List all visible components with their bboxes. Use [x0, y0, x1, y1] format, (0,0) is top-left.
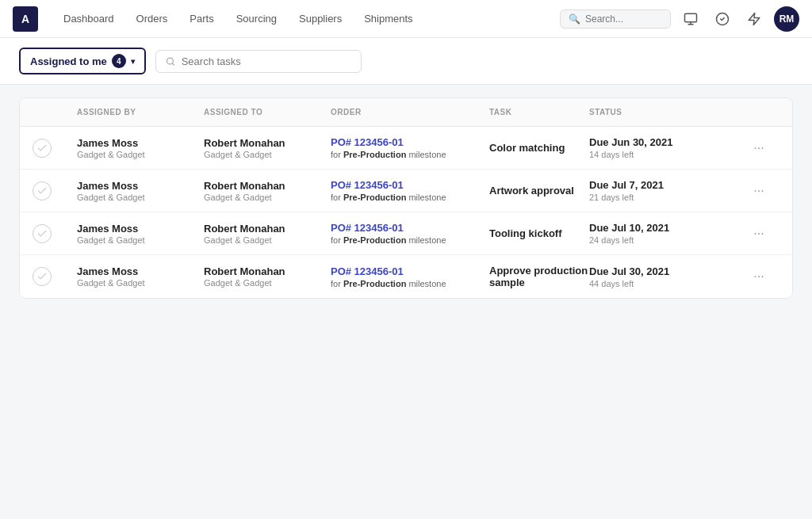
- order-3: PO# 123456-01 for Pre-Production milesto…: [331, 222, 489, 245]
- table-row: James Moss Gadget & Gadget Robert Monaha…: [20, 127, 792, 170]
- nav-suppliers[interactable]: Suppliers: [289, 8, 351, 29]
- app-logo[interactable]: A: [13, 6, 38, 32]
- check-circle-btn[interactable]: [33, 139, 52, 158]
- task-name-3: Tooling kickoff: [489, 227, 589, 239]
- more-actions-4[interactable]: ···: [748, 265, 779, 288]
- assigned-by-4: James Moss Gadget & Gadget: [77, 265, 204, 288]
- nav-shipments[interactable]: Shipments: [354, 8, 422, 29]
- col-actions: [748, 105, 779, 120]
- check-circle-icon-btn[interactable]: [710, 7, 734, 31]
- more-menu-btn-1[interactable]: ···: [748, 137, 770, 159]
- more-actions-2[interactable]: ···: [748, 180, 779, 202]
- search-icon: 🔍: [569, 13, 580, 25]
- check-circle-icon: [715, 12, 730, 26]
- order-1: PO# 123456-01 for Pre-Production milesto…: [331, 136, 489, 159]
- col-assigned-to: ASSIGNED TO: [204, 105, 331, 120]
- table-row: James Moss Gadget & Gadget Robert Monaha…: [20, 170, 792, 212]
- global-search-input[interactable]: [585, 13, 662, 25]
- task-name-1: Color matching: [489, 142, 589, 154]
- nav-parts[interactable]: Parts: [180, 8, 223, 29]
- table-row: James Moss Gadget & Gadget Robert Monaha…: [20, 255, 792, 298]
- svg-line-6: [172, 63, 174, 64]
- milestone-3: for Pre-Production milestone: [331, 235, 489, 245]
- svg-marker-4: [749, 13, 760, 25]
- filter-label: Assigned to me: [30, 55, 107, 67]
- order-link-2[interactable]: PO# 123456-01: [331, 179, 489, 191]
- assigned-by-2: James Moss Gadget & Gadget: [77, 180, 204, 202]
- row-check-2[interactable]: [33, 181, 77, 200]
- nav-links: Dashboard Orders Parts Sourcing Supplier…: [54, 8, 560, 29]
- col-task: TASK: [489, 105, 589, 120]
- more-menu-btn-3[interactable]: ···: [748, 223, 770, 245]
- assigned-to-1: Robert Monahan Gadget & Gadget: [204, 137, 331, 159]
- monitor-icon-btn[interactable]: [679, 7, 703, 31]
- col-order: ORDER: [331, 105, 489, 120]
- task-search-input[interactable]: [182, 55, 351, 67]
- milestone-1: for Pre-Production milestone: [331, 150, 489, 159]
- global-search[interactable]: 🔍: [560, 10, 671, 29]
- status-2: Due Jul 7, 2021 21 days left: [589, 179, 748, 202]
- assigned-to-2: Robert Monahan Gadget & Gadget: [204, 180, 331, 202]
- table-header: ASSIGNED BY ASSIGNED TO ORDER TASK STATU…: [20, 98, 792, 127]
- more-menu-btn-2[interactable]: ···: [748, 180, 770, 202]
- more-menu-btn-4[interactable]: ···: [748, 265, 770, 288]
- order-link-4[interactable]: PO# 123456-01: [331, 265, 489, 277]
- check-circle-btn[interactable]: [33, 267, 52, 286]
- row-check-1[interactable]: [33, 139, 77, 158]
- monitor-icon: [684, 12, 698, 26]
- task-name-4: Approve production sample: [489, 265, 589, 288]
- search-tasks-icon: [166, 56, 175, 67]
- tasks-table: ASSIGNED BY ASSIGNED TO ORDER TASK STATU…: [19, 97, 793, 299]
- status-3: Due Jul 10, 2021 24 days left: [589, 222, 748, 245]
- filter-count-badge: 4: [112, 54, 126, 68]
- more-actions-3[interactable]: ···: [748, 223, 779, 245]
- task-search-bar[interactable]: [155, 50, 362, 73]
- nav-right-actions: 🔍 RM: [560, 6, 799, 32]
- col-assigned-by: ASSIGNED BY: [77, 105, 204, 120]
- nav-sourcing[interactable]: Sourcing: [227, 8, 286, 29]
- table-row: James Moss Gadget & Gadget Robert Monaha…: [20, 212, 792, 255]
- order-link-1[interactable]: PO# 123456-01: [331, 136, 489, 148]
- chevron-down-icon: ▾: [131, 57, 135, 66]
- assigned-to-4: Robert Monahan Gadget & Gadget: [204, 265, 331, 288]
- assigned-to-3: Robert Monahan Gadget & Gadget: [204, 223, 331, 245]
- order-2: PO# 123456-01 for Pre-Production milesto…: [331, 179, 489, 202]
- assigned-filter-button[interactable]: Assigned to me 4 ▾: [19, 48, 146, 74]
- more-actions-1[interactable]: ···: [748, 137, 779, 159]
- status-1: Due Jun 30, 2021 14 days left: [589, 136, 748, 159]
- bolt-icon: [747, 12, 761, 26]
- task-name-2: Artwork approval: [489, 185, 589, 197]
- col-status: STATUS: [589, 105, 748, 120]
- milestone-2: for Pre-Production milestone: [331, 193, 489, 202]
- assigned-by-3: James Moss Gadget & Gadget: [77, 223, 204, 245]
- top-navigation: A Dashboard Orders Parts Sourcing Suppli…: [0, 0, 812, 38]
- col-check: [33, 105, 77, 120]
- tasks-toolbar: Assigned to me 4 ▾: [0, 38, 812, 85]
- nav-dashboard[interactable]: Dashboard: [54, 8, 124, 29]
- nav-orders[interactable]: Orders: [127, 8, 178, 29]
- status-4: Due Jul 30, 2021 44 days left: [589, 265, 748, 288]
- svg-rect-0: [685, 13, 697, 22]
- order-4: PO# 123456-01 for Pre-Production milesto…: [331, 265, 489, 288]
- order-link-3[interactable]: PO# 123456-01: [331, 222, 489, 234]
- row-check-4[interactable]: [33, 267, 77, 286]
- check-circle-btn[interactable]: [33, 181, 52, 200]
- assigned-by-1: James Moss Gadget & Gadget: [77, 137, 204, 159]
- main-content: ASSIGNED BY ASSIGNED TO ORDER TASK STATU…: [0, 97, 812, 519]
- user-avatar[interactable]: RM: [774, 6, 799, 32]
- milestone-4: for Pre-Production milestone: [331, 279, 489, 288]
- row-check-3[interactable]: [33, 224, 77, 243]
- check-circle-btn[interactable]: [33, 224, 52, 243]
- bolt-icon-btn[interactable]: [742, 7, 766, 31]
